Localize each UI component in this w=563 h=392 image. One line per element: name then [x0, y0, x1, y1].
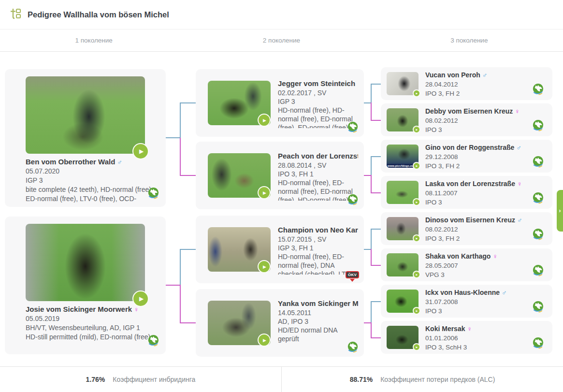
dog-name: Peach von der Lorenzstr... [278, 152, 358, 160]
dog-card-champion[interactable]: ▶ Champion von Neo Kart... 15.07.2015 , … [196, 216, 364, 283]
dog-titles: IPO 3, FH 1 [278, 170, 358, 178]
gender-icon: ♂ [117, 158, 122, 166]
play-video-button[interactable]: ▶ [258, 186, 271, 199]
play-video-button[interactable]: ▶ [132, 290, 149, 307]
dog-name: Ickx von Haus-Kloenne [425, 289, 500, 296]
dog-card-koki[interactable]: ▶ Koki Mersak♀ 01.01.2006 IPO 3, SchH 3 [381, 321, 552, 354]
header: Pedigree Wallhalla vom bösen Michel [0, 0, 563, 29]
working-dog-logo-icon [346, 193, 359, 206]
connector-line [180, 249, 196, 250]
play-video-button[interactable]: ▶ [258, 114, 271, 127]
connector-line [180, 249, 181, 285]
dog-health: HD-still permitted (mild), ED-normal (fr… [26, 333, 153, 342]
dog-card-ben[interactable]: ▶ Ben vom Oberrother Wald♂ 05.07.2020 IG… [5, 69, 166, 207]
dog-photo[interactable] [26, 224, 145, 301]
play-video-button[interactable]: ▶ [132, 143, 149, 160]
connector-line [371, 322, 372, 338]
generation-tabs: 1 поколение 2 поколение 3 поколение [0, 29, 563, 52]
play-video-button[interactable]: ▶ [413, 234, 420, 242]
tab-generation-3[interactable]: 3 поколение [375, 29, 563, 51]
connector-line [371, 175, 372, 193]
play-video-button[interactable]: ▶ [413, 343, 420, 351]
dog-name: Gino von der Roggenstraße [425, 144, 514, 151]
dog-titles: IPO 3, FH 2 [425, 89, 529, 98]
gender-icon: ♂ [502, 289, 507, 296]
connector-line [371, 301, 381, 302]
dog-titles: IPO 3 [425, 198, 529, 207]
gender-icon: ♀ [515, 107, 520, 115]
dog-name: Jegger vom Steinteich [278, 79, 355, 87]
dog-card-peach[interactable]: ▶ Peach von der Lorenzstr... 28.08.2014 … [196, 142, 364, 209]
side-panel-handle[interactable]: › [557, 190, 563, 232]
dog-photo[interactable] [26, 76, 145, 154]
dog-name: Laska von der Lorenzstraße [425, 180, 515, 188]
dog-card-jegger[interactable]: ▶ Jegger vom Steinteich♂ 02.02.2017 , SV… [196, 69, 364, 137]
gender-icon: ♂ [517, 216, 522, 224]
dog-name: Dinoso vom Eisernen Kreuz [425, 216, 515, 224]
dog-card-yanka[interactable]: ▶ Yanka vom Sickinger M... 14.05.2011 AD… [196, 289, 364, 357]
connector-line [180, 102, 196, 103]
play-video-button[interactable]: ▶ [258, 260, 271, 273]
dog-titles: IPO 3 [425, 125, 529, 134]
dog-birthdate: 05.07.2020 [26, 167, 153, 176]
dog-birthdate: 14.05.2011 [278, 308, 358, 317]
inbreeding-coefficient: 1.76% Коэффициент инбридинга [0, 367, 281, 392]
gender-icon: ♀ [492, 252, 498, 260]
play-icon: ▶ [416, 237, 418, 240]
tab-generation-2[interactable]: 2 поколение [188, 29, 375, 51]
gender-icon: ♂ [482, 71, 488, 79]
dog-name: Josie vom Sickinger Moorwerk [26, 305, 132, 313]
connector-line [371, 249, 372, 266]
dog-card-gino[interactable]: www.pics4dogs.eu ▶ Gino von der Roggenst… [381, 140, 552, 173]
inbreeding-label: Коэффициент инбридинга [113, 376, 195, 383]
connector-line [371, 229, 381, 230]
dog-card-dinoso[interactable]: ▶ Dinoso vom Eisernen Kreuz♂ 08.02.2012 … [381, 212, 552, 245]
play-icon: ▶ [263, 264, 266, 269]
dog-card-debby[interactable]: ▶ Debby vom Eisernen Kreuz♀ 08.02.2012 I… [381, 103, 552, 136]
dog-titles: IGP 3 [26, 176, 153, 185]
dog-name: Yanka vom Sickinger M... [278, 299, 358, 307]
gender-icon: ♀ [467, 325, 472, 333]
connector-line [180, 175, 196, 176]
working-dog-logo-icon [532, 155, 545, 168]
connector-line [166, 137, 181, 138]
dog-birthdate: 28.08.2014 , SV [278, 161, 358, 170]
working-dog-logo-icon [346, 341, 359, 353]
play-icon: ▶ [263, 338, 266, 343]
play-icon: ▶ [139, 148, 144, 155]
connector-line [180, 138, 181, 176]
footer-stats: 1.76% Коэффициент инбридинга 88.71% Коэф… [0, 366, 563, 392]
play-icon: ▶ [416, 273, 418, 276]
dog-titles: IPO 3, SchH 3 [425, 343, 529, 352]
dog-card-laska[interactable]: ▶ Laska von der Lorenzstraße♀ 08.11.2007… [381, 176, 552, 209]
connector-line [180, 285, 181, 323]
play-video-button[interactable]: ▶ [413, 198, 420, 206]
dog-birthdate: 28.05.2007 [425, 261, 529, 270]
dog-birthdate: 31.07.2008 [425, 297, 529, 306]
inbreeding-value: 1.76% [86, 376, 105, 383]
dog-titles: IPO 3, FH 2 [425, 161, 529, 171]
connector-line [371, 192, 381, 193]
dog-card-ickx[interactable]: ▶ Ickx von Haus-Kloenne♂ 31.07.2008 IPO … [381, 285, 552, 318]
play-video-button[interactable]: ▶ [258, 334, 271, 347]
tab-generation-1[interactable]: 1 поколение [0, 29, 188, 51]
okv-badge-icon: ÖKV [346, 269, 359, 282]
play-icon: ▶ [139, 295, 144, 302]
connector-line [371, 265, 381, 266]
play-video-button[interactable]: ▶ [413, 162, 420, 170]
play-video-button[interactable]: ▶ [413, 89, 420, 97]
connector-line [371, 84, 381, 85]
alc-value: 88.71% [350, 376, 373, 383]
play-icon: ▶ [416, 309, 418, 312]
dog-name: Vucan von Peroh [425, 71, 480, 79]
gender-icon: ♂ [516, 144, 521, 151]
play-video-button[interactable]: ▶ [413, 126, 420, 133]
dog-health: bite complete (42 teeth), HD-normal (fre… [26, 185, 153, 203]
dog-titles: AD, IPO 3 [278, 317, 358, 326]
chevron-right-icon: › [559, 207, 561, 214]
play-video-button[interactable]: ▶ [413, 307, 420, 315]
dog-card-shaka[interactable]: ▶ Shaka von Karthago♀ 28.05.2007 VPG 3 [381, 248, 552, 281]
play-video-button[interactable]: ▶ [413, 271, 420, 278]
dog-card-vucan[interactable]: ▶ Vucan von Peroh♂ 28.04.2012 IPO 3, FH … [381, 67, 552, 100]
dog-card-josie[interactable]: ▶ Josie vom Sickinger Moorwerk♀ 05.05.20… [5, 217, 166, 354]
